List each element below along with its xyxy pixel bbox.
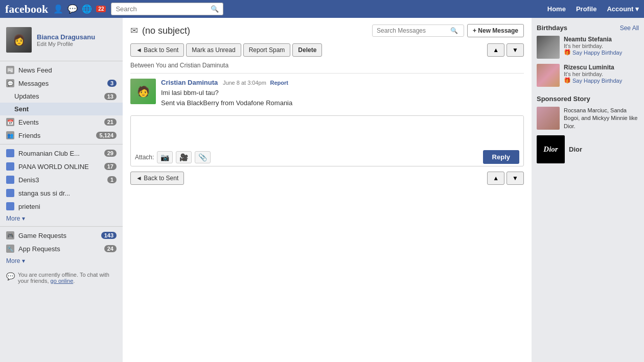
message-text-line2: Sent via BlackBerry from Vodafone Romani… <box>161 98 524 108</box>
sidebar-item-sent[interactable]: Sent <box>0 103 123 115</box>
reply-footer: Attach: 📷 🎥 📎 Reply <box>131 148 523 166</box>
top-navigation: facebook 👤 💬 🌐 22 🔍 Home Profile Account… <box>0 0 644 18</box>
say-happy-1[interactable]: 🎁 Say Happy Birthday <box>564 49 622 56</box>
sidebar-item-stanga[interactable]: stanga sus si dr... <box>0 186 123 200</box>
sponsored-item: Rocsana Marciuc, Sanda Bogoi, and Mickyy… <box>537 107 639 130</box>
new-message-button[interactable]: + New Message <box>467 24 524 37</box>
search-input[interactable] <box>116 5 209 13</box>
sidebar-more-2[interactable]: More ▾ <box>0 255 123 267</box>
report-link[interactable]: Report <box>270 80 288 86</box>
pana-badge: 17 <box>104 163 117 170</box>
account-menu[interactable]: Account ▾ <box>607 5 639 13</box>
sidebar-label-updates: Updates <box>14 92 100 100</box>
prev-message-button[interactable]: ▲ <box>487 43 504 57</box>
message-subject: (no subject) <box>142 26 190 36</box>
birthday-name-2[interactable]: Rizescu Luminita <box>564 64 622 71</box>
messages-icon[interactable]: 💬 <box>67 4 78 14</box>
sidebar-item-news-feed[interactable]: 📰 News Feed <box>0 63 123 77</box>
birthday-avatar-1 <box>537 36 560 59</box>
sidebar-label-game-requests: Game Requests <box>18 232 97 239</box>
notifications-icon[interactable]: 🌐 <box>82 4 92 14</box>
game-requests-icon: 🎮 <box>6 231 14 239</box>
birthday-text-2: It's her birthday. <box>564 71 622 77</box>
message-actions-top: 🔍 + New Message <box>372 24 524 37</box>
app-requests-badge: 24 <box>104 245 117 252</box>
edit-profile-link[interactable]: Edit My Profile <box>37 41 95 47</box>
message-timestamp: June 8 at 3:04pm <box>223 80 266 86</box>
mark-unread-button[interactable]: Mark as Unread <box>186 43 241 57</box>
sponsored-section: Sponsored Story Rocsana Marciuc, Sanda B… <box>537 95 639 163</box>
search-box[interactable]: 🔍 <box>111 3 223 15</box>
events-badge: 21 <box>104 118 117 126</box>
sidebar-item-denis3[interactable]: Denis3 1 <box>0 173 123 186</box>
profile-link[interactable]: Profile <box>576 5 596 13</box>
attach-label: Attach: <box>135 154 154 161</box>
sponsored-avatar <box>537 107 560 130</box>
friends-icon[interactable]: 👤 <box>53 4 63 14</box>
birthdays-section: Birthdays See All Neamtu Stefania It's h… <box>537 24 639 87</box>
search-messages-box[interactable]: 🔍 <box>372 25 464 37</box>
sidebar-item-game-requests[interactable]: 🎮 Game Requests 143 <box>0 229 123 242</box>
sidebar-item-roumanian[interactable]: Roumanian Club E... 29 <box>0 147 123 160</box>
message-title: ✉ (no subject) <box>130 25 190 36</box>
sidebar-item-pana[interactable]: PANA WORLD ONLINE 17 <box>0 160 123 173</box>
say-happy-label-1: Say Happy Birthday <box>572 50 622 56</box>
next-message-button[interactable]: ▼ <box>507 43 524 57</box>
birthday-text-1: It's her birthday. <box>564 43 622 49</box>
go-online-link[interactable]: go online <box>51 278 74 284</box>
home-link[interactable]: Home <box>547 5 566 13</box>
profile-section: 👩 Bianca Dragusanu Edit My Profile <box>0 23 123 57</box>
game-requests-badge: 143 <box>101 232 117 239</box>
birthday-info-1: Neamtu Stefania It's her birthday. 🎁 Say… <box>564 36 622 56</box>
messages-badge: 3 <box>107 80 117 87</box>
dior-box: Dior Dior <box>537 135 639 163</box>
video-attach-icon[interactable]: 🎥 <box>176 151 192 163</box>
birthday-name-1[interactable]: Neamtu Stefania <box>564 36 622 43</box>
search-messages-input[interactable] <box>377 27 448 34</box>
say-happy-2[interactable]: 🎁 Say Happy Birthday <box>564 77 622 84</box>
see-all-birthdays[interactable]: See All <box>620 25 639 32</box>
friends-badge: 5,124 <box>96 132 117 139</box>
prieteni-icon <box>6 202 14 210</box>
bottom-next-button[interactable]: ▼ <box>507 172 524 185</box>
search-messages-icon: 🔍 <box>450 27 458 34</box>
reply-button[interactable]: Reply <box>483 150 519 164</box>
right-nav: Home Profile Account ▾ <box>547 5 639 13</box>
birthday-item-2: Rizescu Luminita It's her birthday. 🎁 Sa… <box>537 64 639 87</box>
file-attach-icon[interactable]: 📎 <box>195 151 211 163</box>
sidebar-item-app-requests[interactable]: 🔧 App Requests 24 <box>0 242 123 255</box>
sidebar-more-1[interactable]: More ▾ <box>0 213 123 224</box>
birthday-info-2: Rizescu Luminita It's her birthday. 🎁 Sa… <box>564 64 622 84</box>
message-text-line1: Imi lasi bbm-ul tau? <box>161 88 524 98</box>
nav-icons: 👤 💬 🌐 22 <box>53 4 106 14</box>
bottom-prev-button[interactable]: ▲ <box>487 172 504 185</box>
dior-logo[interactable]: Dior <box>537 135 565 163</box>
sender-name[interactable]: Cristian Daminuta <box>161 79 218 86</box>
sidebar-label-news-feed: News Feed <box>18 66 117 74</box>
avatar: 👩 <box>6 27 32 53</box>
sidebar-label-stanga: stanga sus si dr... <box>18 189 117 197</box>
sidebar-item-prieteni[interactable]: prieteni <box>0 200 123 213</box>
sidebar-label-friends: Friends <box>18 132 92 139</box>
profile-name[interactable]: Bianca Dragusanu <box>37 33 95 41</box>
report-spam-button[interactable]: Report Spam <box>243 43 291 57</box>
dior-name[interactable]: Dior <box>569 146 582 153</box>
back-to-sent-button[interactable]: ◄ Back to Sent <box>130 43 184 57</box>
sidebar-item-friends[interactable]: 👥 Friends 5,124 <box>0 129 123 142</box>
reply-textarea[interactable] <box>131 116 523 147</box>
app-requests-icon: 🔧 <box>6 245 14 253</box>
conversation-meta: Between You and Cristian Daminuta <box>130 62 524 74</box>
birthday-avatar-2 <box>537 64 560 87</box>
bottom-back-to-sent-button[interactable]: ◄ Back to Sent <box>130 172 184 185</box>
gift-icon-2: 🎁 <box>564 77 571 84</box>
sender-avatar: 🧑 <box>130 79 156 104</box>
main-layout: 👩 Bianca Dragusanu Edit My Profile 📰 New… <box>0 18 644 362</box>
sidebar-item-events[interactable]: 📅 Events 21 <box>0 115 123 129</box>
sidebar-item-updates[interactable]: Updates 13 <box>0 90 123 103</box>
birthday-item-1: Neamtu Stefania It's her birthday. 🎁 Say… <box>537 36 639 59</box>
bottom-nav-arrows: ▲ ▼ <box>487 172 524 185</box>
sidebar-item-messages[interactable]: 💬 Messages 3 <box>0 77 123 90</box>
delete-button[interactable]: Delete <box>292 43 322 57</box>
photo-attach-icon[interactable]: 📷 <box>157 151 173 163</box>
stanga-icon <box>6 189 14 197</box>
